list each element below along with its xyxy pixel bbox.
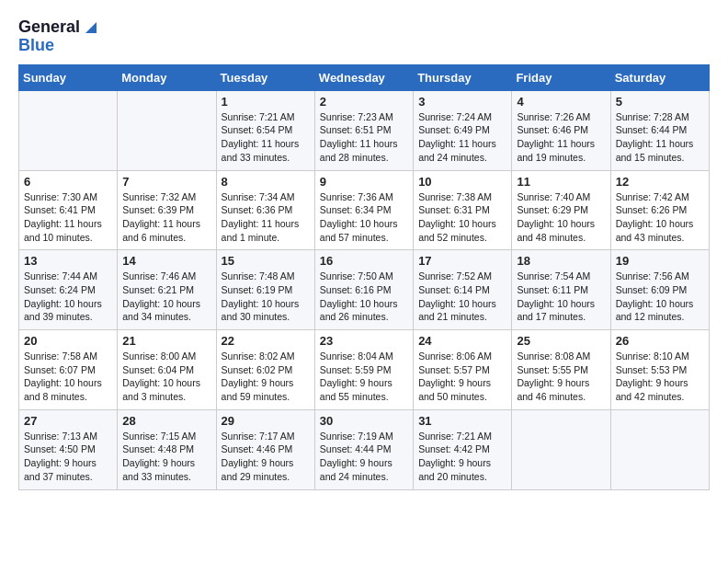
day-info: Sunrise: 7:21 AM Sunset: 4:42 PM Dayligh… (418, 430, 506, 484)
week-row-3: 13Sunrise: 7:44 AM Sunset: 6:24 PM Dayli… (19, 250, 710, 330)
day-number: 1 (222, 95, 310, 109)
day-number: 9 (320, 175, 408, 189)
calendar-cell: 6Sunrise: 7:30 AM Sunset: 6:41 PM Daylig… (19, 170, 118, 250)
day-number: 24 (418, 334, 506, 348)
day-number: 7 (122, 175, 210, 189)
day-info: Sunrise: 7:44 AM Sunset: 6:24 PM Dayligh… (24, 270, 112, 324)
day-info: Sunrise: 7:19 AM Sunset: 4:44 PM Dayligh… (320, 430, 408, 484)
day-info: Sunrise: 8:00 AM Sunset: 6:04 PM Dayligh… (122, 350, 210, 404)
calendar-cell: 10Sunrise: 7:38 AM Sunset: 6:31 PM Dayli… (414, 170, 512, 250)
day-info: Sunrise: 7:54 AM Sunset: 6:11 PM Dayligh… (517, 270, 605, 324)
calendar-cell: 18Sunrise: 7:54 AM Sunset: 6:11 PM Dayli… (512, 250, 610, 330)
calendar-cell: 16Sunrise: 7:50 AM Sunset: 6:16 PM Dayli… (314, 250, 413, 330)
calendar-cell: 11Sunrise: 7:40 AM Sunset: 6:29 PM Dayli… (512, 170, 610, 250)
day-number: 19 (616, 254, 704, 268)
logo-blue: Blue (18, 37, 100, 55)
calendar-cell (512, 409, 610, 489)
day-info: Sunrise: 7:13 AM Sunset: 4:50 PM Dayligh… (24, 430, 112, 484)
day-number: 12 (616, 175, 704, 189)
calendar-cell: 31Sunrise: 7:21 AM Sunset: 4:42 PM Dayli… (414, 409, 512, 489)
day-number: 27 (24, 414, 112, 428)
calendar-cell: 2Sunrise: 7:23 AM Sunset: 6:51 PM Daylig… (314, 90, 413, 170)
calendar-body: 1Sunrise: 7:21 AM Sunset: 6:54 PM Daylig… (19, 90, 710, 489)
day-number: 29 (222, 414, 310, 428)
day-number: 17 (418, 254, 506, 268)
calendar-cell: 5Sunrise: 7:28 AM Sunset: 6:44 PM Daylig… (610, 90, 709, 170)
calendar-cell: 9Sunrise: 7:36 AM Sunset: 6:34 PM Daylig… (314, 170, 413, 250)
day-info: Sunrise: 7:21 AM Sunset: 6:54 PM Dayligh… (222, 110, 310, 165)
weekday-tuesday: Tuesday (216, 64, 314, 90)
day-number: 15 (222, 254, 310, 268)
day-info: Sunrise: 7:26 AM Sunset: 6:46 PM Dayligh… (517, 110, 605, 165)
weekday-friday: Friday (512, 64, 610, 90)
calendar-cell: 1Sunrise: 7:21 AM Sunset: 6:54 PM Daylig… (216, 90, 314, 170)
day-number: 28 (122, 414, 210, 428)
logo-text: General Blue (18, 18, 100, 55)
calendar-table: SundayMondayTuesdayWednesdayThursdayFrid… (18, 64, 710, 490)
day-info: Sunrise: 7:23 AM Sunset: 6:51 PM Dayligh… (320, 110, 408, 165)
day-info: Sunrise: 8:02 AM Sunset: 6:02 PM Dayligh… (222, 350, 310, 404)
day-info: Sunrise: 7:52 AM Sunset: 6:14 PM Dayligh… (418, 270, 506, 324)
day-number: 16 (320, 254, 408, 268)
calendar-cell: 17Sunrise: 7:52 AM Sunset: 6:14 PM Dayli… (414, 250, 512, 330)
day-number: 23 (320, 334, 408, 348)
weekday-monday: Monday (118, 64, 216, 90)
page-header: General Blue (18, 18, 710, 55)
calendar-cell (610, 409, 709, 489)
svg-marker-0 (85, 22, 97, 33)
calendar-cell: 7Sunrise: 7:32 AM Sunset: 6:39 PM Daylig… (118, 170, 216, 250)
logo-triangle-icon (82, 18, 100, 37)
day-info: Sunrise: 7:34 AM Sunset: 6:36 PM Dayligh… (222, 190, 310, 245)
day-number: 13 (24, 254, 112, 268)
calendar-cell: 12Sunrise: 7:42 AM Sunset: 6:26 PM Dayli… (610, 170, 709, 250)
day-info: Sunrise: 7:28 AM Sunset: 6:44 PM Dayligh… (616, 110, 704, 165)
day-number: 26 (616, 334, 704, 348)
day-info: Sunrise: 7:48 AM Sunset: 6:19 PM Dayligh… (222, 270, 310, 324)
calendar-cell (118, 90, 216, 170)
weekday-thursday: Thursday (414, 64, 512, 90)
day-info: Sunrise: 7:50 AM Sunset: 6:16 PM Dayligh… (320, 270, 408, 324)
day-number: 4 (517, 95, 605, 109)
calendar-cell: 30Sunrise: 7:19 AM Sunset: 4:44 PM Dayli… (314, 409, 413, 489)
calendar-cell: 3Sunrise: 7:24 AM Sunset: 6:49 PM Daylig… (414, 90, 512, 170)
day-number: 6 (24, 175, 112, 189)
day-number: 10 (418, 175, 506, 189)
day-number: 30 (320, 414, 408, 428)
day-info: Sunrise: 7:38 AM Sunset: 6:31 PM Dayligh… (418, 190, 506, 245)
day-number: 22 (222, 334, 310, 348)
day-info: Sunrise: 7:24 AM Sunset: 6:49 PM Dayligh… (418, 110, 506, 165)
day-number: 5 (616, 95, 704, 109)
day-info: Sunrise: 7:56 AM Sunset: 6:09 PM Dayligh… (616, 270, 704, 324)
calendar-cell: 25Sunrise: 8:08 AM Sunset: 5:55 PM Dayli… (512, 330, 610, 410)
day-number: 8 (222, 175, 310, 189)
day-info: Sunrise: 7:46 AM Sunset: 6:21 PM Dayligh… (122, 270, 210, 324)
week-row-2: 6Sunrise: 7:30 AM Sunset: 6:41 PM Daylig… (19, 170, 710, 250)
day-number: 18 (517, 254, 605, 268)
calendar-cell: 8Sunrise: 7:34 AM Sunset: 6:36 PM Daylig… (216, 170, 314, 250)
day-number: 14 (122, 254, 210, 268)
calendar-cell: 14Sunrise: 7:46 AM Sunset: 6:21 PM Dayli… (118, 250, 216, 330)
week-row-4: 20Sunrise: 7:58 AM Sunset: 6:07 PM Dayli… (19, 330, 710, 410)
calendar-cell: 24Sunrise: 8:06 AM Sunset: 5:57 PM Dayli… (414, 330, 512, 410)
logo: General Blue (18, 18, 100, 55)
day-info: Sunrise: 8:06 AM Sunset: 5:57 PM Dayligh… (418, 350, 506, 404)
day-info: Sunrise: 7:17 AM Sunset: 4:46 PM Dayligh… (222, 430, 310, 484)
weekday-wednesday: Wednesday (314, 64, 413, 90)
calendar-cell: 13Sunrise: 7:44 AM Sunset: 6:24 PM Dayli… (19, 250, 118, 330)
calendar-cell: 28Sunrise: 7:15 AM Sunset: 4:48 PM Dayli… (118, 409, 216, 489)
weekday-sunday: Sunday (19, 64, 118, 90)
day-info: Sunrise: 7:36 AM Sunset: 6:34 PM Dayligh… (320, 190, 408, 245)
calendar-cell (19, 90, 118, 170)
day-info: Sunrise: 7:15 AM Sunset: 4:48 PM Dayligh… (122, 430, 210, 484)
week-row-1: 1Sunrise: 7:21 AM Sunset: 6:54 PM Daylig… (19, 90, 710, 170)
day-number: 31 (418, 414, 506, 428)
day-number: 25 (517, 334, 605, 348)
calendar-cell: 23Sunrise: 8:04 AM Sunset: 5:59 PM Dayli… (314, 330, 413, 410)
calendar-cell: 20Sunrise: 7:58 AM Sunset: 6:07 PM Dayli… (19, 330, 118, 410)
calendar-cell: 21Sunrise: 8:00 AM Sunset: 6:04 PM Dayli… (118, 330, 216, 410)
day-number: 3 (418, 95, 506, 109)
calendar-cell: 19Sunrise: 7:56 AM Sunset: 6:09 PM Dayli… (610, 250, 709, 330)
day-info: Sunrise: 7:32 AM Sunset: 6:39 PM Dayligh… (122, 190, 210, 245)
day-info: Sunrise: 7:42 AM Sunset: 6:26 PM Dayligh… (616, 190, 704, 245)
day-info: Sunrise: 7:40 AM Sunset: 6:29 PM Dayligh… (517, 190, 605, 245)
